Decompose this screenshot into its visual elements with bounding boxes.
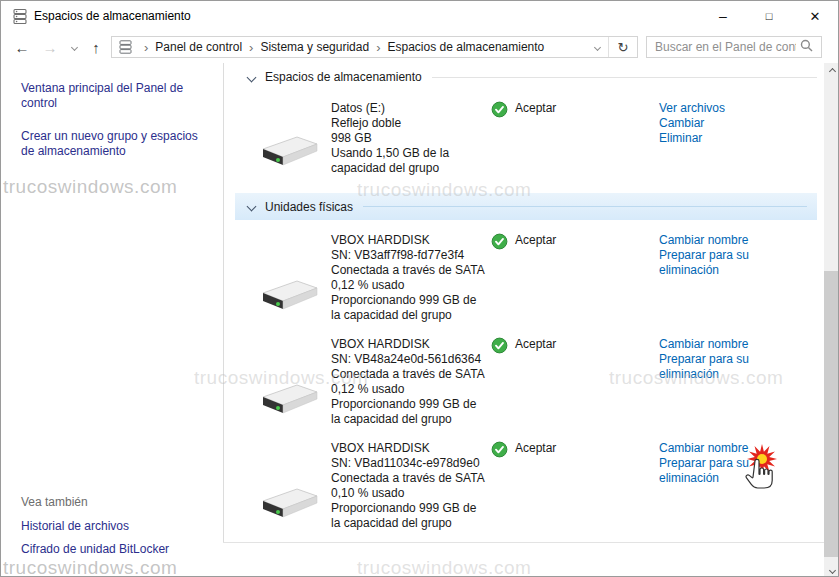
history-dropdown-button[interactable] bbox=[63, 37, 85, 57]
drive-name: VBOX HARDDISK bbox=[331, 233, 489, 248]
drive-name: VBOX HARDDISK bbox=[331, 337, 489, 352]
drive-usage: 0,10 % usado bbox=[331, 486, 489, 501]
chevron-down-icon bbox=[70, 43, 77, 50]
check-ok-icon bbox=[491, 337, 508, 354]
breadcrumb-separator: › bbox=[376, 40, 380, 55]
change-link[interactable]: Cambiar bbox=[659, 116, 725, 131]
search-input[interactable] bbox=[647, 40, 800, 54]
drive-serial: SN: VB3aff7f98-fd77e3f4 bbox=[331, 248, 489, 263]
toolbar: ← → ↑ › Panel de control › Sistema y seg… bbox=[1, 31, 838, 63]
location-icon bbox=[119, 40, 132, 54]
watermark: trucoswindows.com bbox=[609, 367, 783, 389]
breadcrumb-item-system-security[interactable]: Sistema y seguridad bbox=[260, 40, 369, 54]
titlebar: Espacios de almacenamiento – □ ✕ bbox=[1, 1, 838, 31]
watermark: trucoswindows.com bbox=[357, 557, 531, 577]
drive-icon bbox=[261, 275, 319, 318]
chevron-down-icon bbox=[593, 43, 600, 50]
refresh-button[interactable]: ↻ bbox=[608, 37, 637, 57]
window-title: Espacios de almacenamiento bbox=[34, 9, 191, 23]
section-rule bbox=[432, 77, 817, 78]
watermark: trucoswindows.com bbox=[194, 367, 368, 389]
sidebar-link-create-pool[interactable]: Crear un nuevo grupo y espacios de almac… bbox=[21, 129, 206, 159]
drive-connection: Conectada a través de SATA bbox=[331, 263, 489, 278]
drive-providing: Proporcionando 999 GB de la capacidad de… bbox=[331, 293, 489, 323]
drive-providing: Proporcionando 999 GB de la capacidad de… bbox=[331, 501, 489, 531]
minimize-button[interactable]: – bbox=[700, 1, 746, 31]
view-files-link[interactable]: Ver archivos bbox=[659, 101, 725, 116]
drive-serial: SN: VB48a24e0d-561d6364 bbox=[331, 352, 489, 367]
drive-serial: SN: VBad11034c-e978d9e0 bbox=[331, 456, 489, 471]
chevron-up-icon bbox=[828, 67, 835, 74]
breadcrumb-separator: › bbox=[249, 40, 253, 55]
drive-connection: Conectada a través de SATA bbox=[331, 471, 489, 486]
storage-name: Datos (E:) bbox=[331, 101, 469, 116]
drive-icon bbox=[261, 131, 319, 174]
prepare-removal-link[interactable]: Preparar para su eliminación bbox=[659, 248, 777, 278]
scrollbar-up-button[interactable] bbox=[824, 63, 839, 79]
physical-drive-entry: VBOX HARDDISK SN: VB48a24e0d-561d6364 Co… bbox=[235, 337, 817, 441]
vertical-scrollbar[interactable] bbox=[824, 63, 839, 577]
section-title: Espacios de almacenamiento bbox=[265, 70, 422, 84]
section-rule bbox=[363, 206, 807, 207]
address-bar[interactable]: › Panel de control › Sistema y seguridad… bbox=[111, 36, 638, 58]
chevron-down-icon bbox=[828, 566, 835, 573]
sidebar-link-control-panel-home[interactable]: Ventana principal del Panel de control bbox=[21, 81, 206, 111]
sidebar-link-bitlocker[interactable]: Cifrado de unidad BitLocker bbox=[21, 542, 221, 557]
sidebar-link-file-history[interactable]: Historial de archivos bbox=[21, 519, 221, 534]
drive-providing: Proporcionando 999 GB de la capacidad de… bbox=[331, 397, 489, 427]
cursor-click-indicator bbox=[729, 439, 785, 504]
rename-link[interactable]: Cambiar nombre bbox=[659, 337, 777, 352]
forward-button[interactable]: → bbox=[39, 37, 61, 57]
storage-usage: Usando 1,50 GB de la capacidad del grupo bbox=[331, 146, 469, 176]
check-ok-icon bbox=[491, 441, 508, 458]
check-ok-icon bbox=[491, 101, 508, 118]
breadcrumb-item-storage-spaces[interactable]: Espacios de almacenamiento bbox=[388, 40, 545, 54]
address-dropdown-button[interactable] bbox=[586, 45, 608, 50]
close-button[interactable]: ✕ bbox=[792, 1, 838, 31]
status-label: Aceptar bbox=[515, 441, 556, 455]
storage-spaces-app-icon bbox=[12, 8, 28, 27]
breadcrumb-item-control-panel[interactable]: Panel de control bbox=[155, 40, 242, 54]
status-label: Aceptar bbox=[515, 337, 556, 351]
search-box bbox=[646, 36, 822, 58]
storage-spaces-window: Espacios de almacenamiento – □ ✕ ← → ↑ ›… bbox=[0, 0, 839, 577]
watermark: trucoswindows.com bbox=[357, 179, 531, 201]
collapse-chevron-icon bbox=[247, 202, 257, 212]
breadcrumb-separator: › bbox=[144, 40, 148, 55]
search-icon[interactable] bbox=[800, 39, 813, 55]
section-header-storage-spaces[interactable]: Espacios de almacenamiento bbox=[235, 67, 817, 87]
drive-usage: 0,12 % usado bbox=[331, 278, 489, 293]
storage-size: 998 GB bbox=[331, 131, 469, 146]
watermark: trucoswindows.com bbox=[3, 557, 177, 577]
maximize-button[interactable]: □ bbox=[746, 1, 792, 31]
up-button[interactable]: ↑ bbox=[85, 37, 107, 57]
section-title: Unidades físicas bbox=[265, 200, 353, 214]
watermark: trucoswindows.com bbox=[3, 176, 177, 198]
storage-type: Reflejo doble bbox=[331, 116, 469, 131]
sidebar-divider bbox=[223, 63, 224, 542]
drive-icon bbox=[261, 483, 319, 526]
back-button[interactable]: ← bbox=[11, 37, 33, 57]
see-also-header: Vea también bbox=[21, 495, 88, 509]
status-label: Aceptar bbox=[515, 233, 556, 247]
drive-name: VBOX HARDDISK bbox=[331, 441, 489, 456]
delete-link[interactable]: Eliminar bbox=[659, 131, 725, 146]
scrollbar-thumb[interactable] bbox=[824, 271, 839, 557]
scrollbar-down-button[interactable] bbox=[824, 562, 839, 577]
physical-drive-entry: VBOX HARDDISK SN: VB3aff7f98-fd77e3f4 Co… bbox=[235, 233, 817, 337]
check-ok-icon bbox=[491, 233, 508, 250]
rename-link[interactable]: Cambiar nombre bbox=[659, 233, 777, 248]
collapse-chevron-icon bbox=[247, 72, 257, 82]
status-label: Aceptar bbox=[515, 101, 556, 115]
